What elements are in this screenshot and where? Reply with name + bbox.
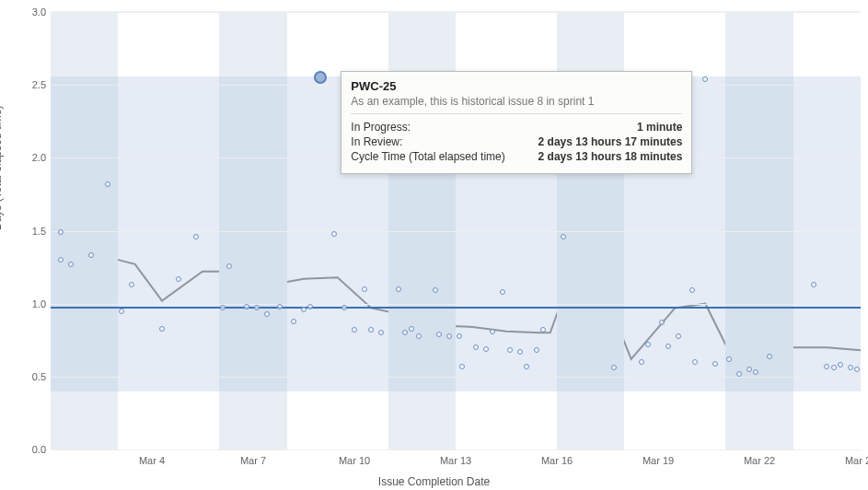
data-point[interactable] (119, 309, 124, 314)
data-point[interactable] (736, 371, 742, 377)
tooltip-table: In Progress:1 minuteIn Review:2 days 13 … (351, 120, 682, 164)
data-point[interactable] (831, 365, 837, 370)
data-point[interactable] (746, 367, 752, 372)
data-point[interactable] (811, 282, 816, 287)
data-point[interactable] (639, 359, 644, 365)
data-point[interactable] (301, 307, 307, 312)
data-point[interactable] (712, 361, 718, 367)
data-point[interactable] (436, 332, 442, 337)
data-point[interactable] (193, 234, 199, 239)
x-tick-label: Mar 16 (541, 455, 573, 466)
data-point[interactable] (676, 333, 681, 339)
data-point[interactable] (665, 344, 671, 349)
x-tick-label: Mar 10 (339, 455, 370, 466)
y-tick-label: 3.0 (14, 6, 46, 18)
data-point[interactable] (645, 342, 651, 347)
data-point[interactable] (517, 349, 523, 355)
x-tick-label: Mar 7 (240, 455, 266, 466)
tooltip-description: As an example, this is historical issue … (351, 95, 682, 108)
y-tick-label: 1.5 (14, 226, 46, 237)
data-point[interactable] (264, 311, 270, 317)
x-axis-label: Issue Completion Date (0, 475, 868, 488)
x-tick-label: Mar 25 (845, 455, 868, 466)
y-tick-label: 0.5 (14, 371, 46, 382)
data-point[interactable] (244, 304, 249, 309)
tooltip-row: Cycle Time (Total elapsed time)2 days 13… (351, 149, 682, 164)
x-tick-label: Mar 4 (139, 455, 165, 466)
data-point[interactable] (483, 346, 489, 352)
data-point[interactable] (507, 347, 513, 353)
x-tick-label: Mar 19 (642, 455, 674, 466)
data-point[interactable] (524, 364, 529, 369)
data-point[interactable] (159, 326, 165, 332)
data-point[interactable] (726, 356, 732, 362)
cycle-time-chart: Days (Total elapsed time) 0.00.51.01.52.… (0, 0, 868, 490)
data-point[interactable] (767, 354, 772, 359)
tooltip-title: PWC-25 (351, 79, 682, 93)
data-point[interactable] (291, 319, 296, 324)
data-point[interactable] (457, 333, 462, 339)
y-tick-label: 1.0 (14, 298, 46, 309)
tooltip-row: In Progress:1 minute (351, 120, 682, 134)
data-point[interactable] (331, 231, 337, 237)
data-point[interactable] (226, 263, 232, 269)
data-point[interactable] (409, 326, 414, 332)
x-tick-label: Mar 22 (744, 455, 775, 466)
y-axis-label: Days (Total elapsed time) (0, 106, 4, 230)
tooltip-row: In Review:2 days 13 hours 17 minutes (351, 134, 682, 149)
y-tick-label: 2.5 (14, 79, 46, 90)
y-tick-label: 2.0 (14, 152, 46, 163)
data-point[interactable] (396, 286, 401, 292)
data-point[interactable] (416, 333, 422, 339)
data-point[interactable] (659, 320, 665, 325)
data-point[interactable] (68, 262, 74, 267)
issue-tooltip: PWC-25 As an example, this is historical… (341, 71, 692, 174)
data-point[interactable] (446, 333, 452, 339)
mean-line (51, 307, 861, 309)
y-tick-label: 0.0 (14, 444, 46, 455)
data-point[interactable] (362, 286, 367, 292)
x-tick-label: Mar 13 (440, 455, 471, 466)
